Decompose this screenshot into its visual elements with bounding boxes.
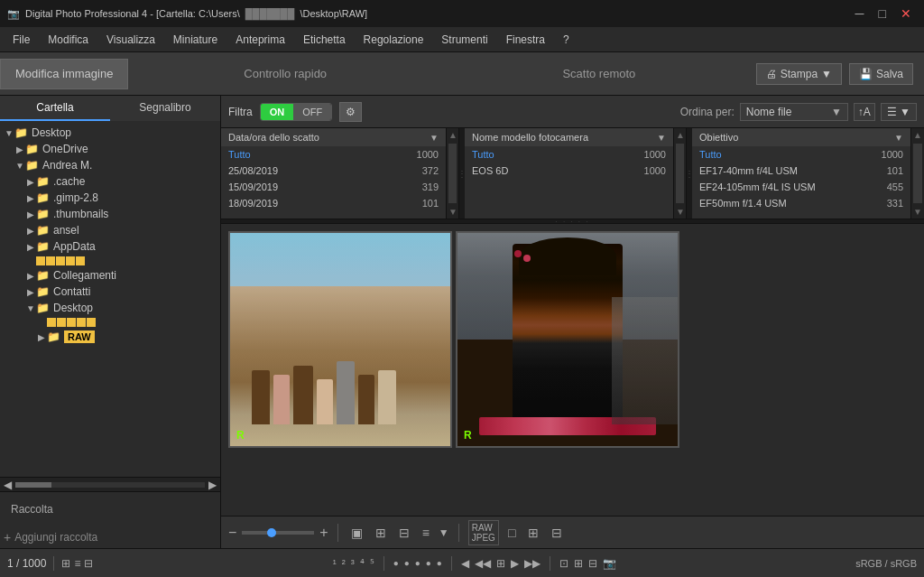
tab-cartella[interactable]: Cartella — [0, 96, 110, 121]
tree-item-desktop-child[interactable]: ▼ 📁 Desktop — [0, 300, 220, 316]
menu-anteprima[interactable]: Anteprima — [226, 30, 294, 50]
dot-1[interactable]: ● — [393, 558, 399, 568]
tree-item-contatti[interactable]: ▶ 📁 Contatti — [0, 284, 220, 300]
date-row-2[interactable]: 15/09/2019 319 — [221, 179, 446, 195]
menu-regolazione[interactable]: Regolazione — [355, 30, 433, 50]
lens-col-scroll-up[interactable]: ▲ — [911, 128, 924, 142]
filter-settings-icon[interactable]: ⚙ — [339, 102, 362, 122]
menu-modifica[interactable]: Modifica — [39, 30, 97, 50]
camera-row-eos6d[interactable]: EOS 6D 1000 — [465, 163, 673, 179]
raw-jpeg-toggle[interactable]: RAWJPEG — [468, 520, 499, 545]
date-col-dropdown[interactable]: ▼ — [430, 133, 439, 143]
lens-row-1[interactable]: EF17-40mm f/4L USM 101 — [692, 163, 910, 179]
nome-file-dropdown[interactable]: ▼ — [831, 106, 842, 118]
expand-arrow[interactable]: ▶ — [25, 209, 36, 219]
label-2-btn[interactable]: ² — [342, 557, 346, 570]
zoom-out-btn[interactable]: − — [228, 525, 236, 541]
dot-2[interactable]: ● — [404, 558, 410, 568]
dot-3[interactable]: ● — [415, 558, 420, 568]
date-row-tutto[interactable]: Tutto 1000 — [221, 146, 446, 163]
menu-visualizza[interactable]: Visualizza — [97, 30, 164, 50]
info-btn[interactable]: ⊟ — [588, 557, 597, 570]
thumb-view-btn[interactable]: ⊞ — [61, 557, 70, 570]
scroll-right-btn[interactable]: ▶ — [208, 479, 217, 491]
label-5-btn[interactable]: ⁵ — [370, 557, 374, 570]
lens-row-tutto[interactable]: Tutto 1000 — [692, 146, 910, 163]
view-single-btn[interactable]: ▣ — [347, 524, 366, 542]
expand-arrow[interactable]: ▶ — [14, 144, 25, 154]
thumbnail-1[interactable]: R — [228, 231, 452, 448]
lens-col-scroll-down[interactable]: ▼ — [911, 205, 924, 219]
film-view-btn[interactable]: ⊟ — [84, 557, 93, 570]
tree-item-collegamenti[interactable]: ▶ 📁 Collegamenti — [0, 267, 220, 284]
camera-bottom-btn[interactable]: 📷 — [603, 557, 616, 570]
on-off-toggle[interactable]: ON OFF — [260, 103, 333, 121]
menu-help[interactable]: ? — [554, 30, 578, 50]
date-col-scroll-up[interactable]: ▲ — [447, 128, 458, 142]
tree-item-desktop[interactable]: ▼ 📁 Desktop — [0, 125, 220, 141]
lens-row-2[interactable]: EF24-105mm f/4L IS USM 455 — [692, 179, 910, 195]
expand-arrow[interactable]: ▼ — [4, 128, 14, 138]
camera-col-dropdown[interactable]: ▼ — [657, 133, 666, 143]
label-1-btn[interactable]: ¹ — [333, 557, 337, 570]
nav-next-btn[interactable]: ▶ — [511, 557, 519, 570]
close-btn[interactable]: ✕ — [895, 5, 917, 23]
crop-btn[interactable]: ⊡ — [559, 557, 568, 570]
expand-arrow[interactable]: ▶ — [25, 226, 36, 236]
view-options-dropdown[interactable]: ▼ — [439, 526, 449, 539]
list-view-btn[interactable]: ≡ — [74, 557, 80, 570]
dot-5[interactable]: ● — [437, 558, 442, 568]
toggle-on[interactable]: ON — [261, 104, 294, 120]
tree-item-cache[interactable]: ▶ 📁 .cache — [0, 173, 220, 190]
date-row-1[interactable]: 25/08/2019 372 — [221, 163, 446, 179]
menu-finestra[interactable]: Finestra — [497, 30, 554, 50]
camera-row-tutto[interactable]: Tutto 1000 — [465, 146, 673, 163]
zoom-in-btn[interactable]: + — [319, 525, 328, 541]
expand-arrow[interactable]: ▶ — [25, 177, 36, 187]
view-mode-btn[interactable]: □ — [504, 524, 519, 542]
nav-last-btn[interactable]: ▶▶ — [524, 557, 541, 570]
expand-arrow[interactable]: ▶ — [25, 271, 36, 281]
scatto-remoto-btn[interactable]: Scatto remoto — [442, 67, 756, 80]
tree-item-andrea[interactable]: ▼ 📁 Andrea M. — [0, 157, 220, 173]
stampa-btn[interactable]: 🖨 Stampa ▼ — [756, 63, 842, 85]
sort-direction-btn[interactable]: ↑A — [854, 103, 875, 121]
expand-arrow[interactable]: ▶ — [25, 193, 36, 203]
menu-etichetta[interactable]: Etichetta — [294, 30, 355, 50]
camera-col-scroll-up[interactable]: ▲ — [674, 128, 686, 142]
controllo-rapido-btn[interactable]: Controllo rapido — [128, 67, 442, 80]
nav-first-btn[interactable]: ◀◀ — [475, 557, 491, 570]
label-4-btn[interactable]: ⁴ — [360, 557, 365, 570]
menu-strumenti[interactable]: Strumenti — [432, 30, 496, 50]
rotate-btn[interactable]: ⊞ — [574, 557, 583, 570]
salva-btn[interactable]: 💾 Salva — [849, 63, 913, 85]
lens-col-dropdown[interactable]: ▼ — [894, 133, 903, 143]
date-row-3[interactable]: 18/09/2019 101 — [221, 195, 446, 211]
modifica-immagine-btn[interactable]: Modifica immagine — [0, 59, 128, 89]
view-dual-btn[interactable]: ⊞ — [372, 524, 390, 542]
stampa-dropdown-arrow[interactable]: ▼ — [821, 68, 832, 80]
dot-4[interactable]: ● — [426, 558, 431, 568]
window-controls[interactable]: ─ □ ✕ — [850, 5, 917, 23]
filter-options-btn[interactable]: ☰ ▼ — [881, 103, 917, 121]
toggle-off[interactable]: OFF — [293, 104, 331, 120]
view-grid-btn[interactable]: ⊟ — [395, 524, 413, 542]
view-list-btn[interactable]: ≡ — [419, 524, 433, 542]
minimize-btn[interactable]: ─ — [850, 5, 870, 23]
menu-miniature[interactable]: Miniature — [164, 30, 226, 50]
label-3-btn[interactable]: ³ — [351, 557, 355, 570]
tree-item-raw[interactable]: ▶ 📁 RAW — [0, 329, 220, 345]
expand-arrow[interactable]: ▶ — [25, 242, 36, 252]
tree-item-onedrive[interactable]: ▶ 📁 OneDrive — [0, 141, 220, 157]
date-col-scroll-down[interactable]: ▼ — [447, 205, 458, 219]
tree-item-thumbnails[interactable]: ▶ 📁 .thumbnails — [0, 206, 220, 222]
expand-arrow[interactable]: ▶ — [36, 332, 47, 342]
expand-arrow[interactable]: ▼ — [25, 303, 36, 313]
compare-btn[interactable]: ⊟ — [548, 524, 566, 542]
expand-arrow[interactable]: ▶ — [25, 287, 36, 297]
add-raccolta-btn[interactable]: + Aggiungi raccolta — [0, 526, 220, 548]
camera-col-scroll-down[interactable]: ▼ — [674, 205, 686, 219]
nome-file-label[interactable]: Nome file — [746, 106, 831, 118]
nav-copy-btn[interactable]: ⊞ — [496, 557, 505, 570]
tab-segnalibro[interactable]: Segnalibro — [110, 96, 220, 121]
